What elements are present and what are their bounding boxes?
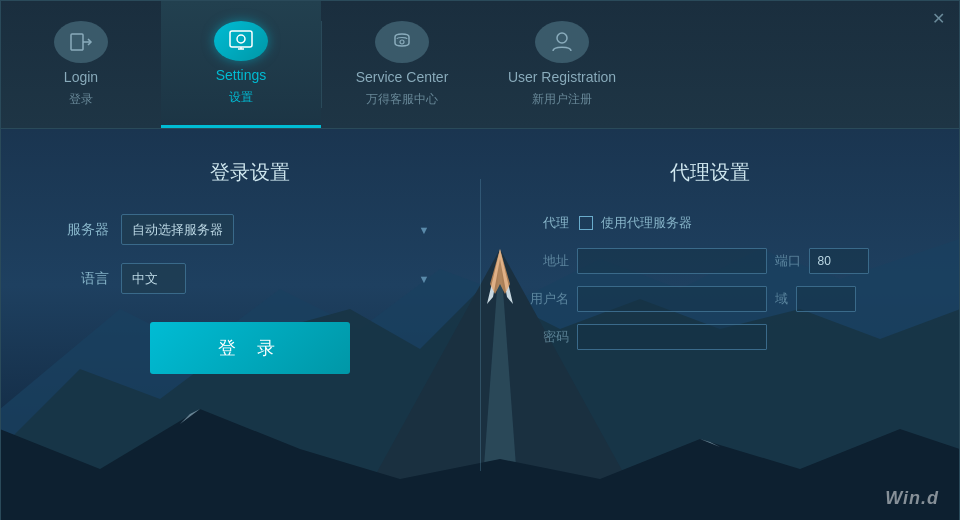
domain-input[interactable] [796, 286, 856, 312]
nav-item-register[interactable]: User Registration 新用户注册 [482, 1, 642, 128]
svg-rect-0 [71, 34, 83, 50]
main-content: 登录设置 服务器 自动选择服务器 服务器1 服务器2 ▼ 语言 [1, 129, 959, 520]
server-select-wrapper: 自动选择服务器 服务器1 服务器2 ▼ [121, 214, 440, 245]
server-row: 服务器 自动选择服务器 服务器1 服务器2 ▼ [61, 214, 440, 245]
proxy-label: 代理 [521, 214, 569, 232]
domain-label: 域 [775, 290, 788, 308]
settings-label-zh: 设置 [229, 89, 253, 106]
nav-item-service[interactable]: Service Center 万得客服中心 [322, 1, 482, 128]
proxy-settings-title: 代理设置 [521, 159, 900, 186]
username-row: 用户名 域 [521, 286, 900, 312]
language-row: 语言 中文 English ▼ [61, 263, 440, 294]
use-proxy-text: 使用代理服务器 [601, 214, 692, 232]
svg-point-7 [557, 33, 567, 43]
port-label: 端口 [775, 252, 801, 270]
service-label-zh: 万得客服中心 [366, 91, 438, 108]
password-input[interactable] [577, 324, 767, 350]
password-label: 密码 [521, 328, 569, 346]
address-input[interactable] [577, 248, 767, 274]
svg-point-5 [237, 35, 245, 43]
content-panels: 登录设置 服务器 自动选择服务器 服务器1 服务器2 ▼ 语言 [1, 129, 959, 520]
language-select-wrapper: 中文 English ▼ [121, 263, 440, 294]
address-row: 地址 端口 [521, 248, 900, 274]
register-label-zh: 新用户注册 [532, 91, 592, 108]
port-input[interactable] [809, 248, 869, 274]
login-label-zh: 登录 [69, 91, 93, 108]
nav-bar: ✕ Login 登录 Set [1, 1, 959, 129]
server-select-arrow: ▼ [419, 224, 430, 236]
login-button[interactable]: 登 录 [150, 322, 350, 374]
nav-item-login[interactable]: Login 登录 [1, 1, 161, 128]
settings-icon [214, 21, 268, 61]
server-select[interactable]: 自动选择服务器 服务器1 服务器2 [121, 214, 234, 245]
panel-divider [480, 179, 481, 471]
login-settings-panel: 登录设置 服务器 自动选择服务器 服务器1 服务器2 ▼ 语言 [61, 159, 440, 491]
login-icon [54, 21, 108, 63]
login-label-en: Login [64, 69, 98, 85]
proxy-toggle-row: 代理 使用代理服务器 [521, 214, 900, 232]
username-label: 用户名 [521, 290, 569, 308]
password-row: 密码 [521, 324, 900, 350]
watermark: Win.d [885, 488, 939, 509]
register-icon [535, 21, 589, 63]
language-label: 语言 [61, 270, 109, 288]
use-proxy-label[interactable]: 使用代理服务器 [579, 214, 692, 232]
service-label-en: Service Center [356, 69, 449, 85]
language-select-arrow: ▼ [419, 273, 430, 285]
username-input[interactable] [577, 286, 767, 312]
register-label-en: User Registration [508, 69, 616, 85]
language-select[interactable]: 中文 English [121, 263, 186, 294]
login-settings-title: 登录设置 [61, 159, 440, 186]
service-icon [375, 21, 429, 63]
server-label: 服务器 [61, 221, 109, 239]
svg-rect-2 [230, 31, 252, 47]
svg-point-6 [400, 40, 404, 44]
close-button[interactable]: ✕ [932, 11, 945, 27]
address-label: 地址 [521, 252, 569, 270]
proxy-settings-panel: 代理设置 代理 使用代理服务器 地址 端口 [521, 159, 900, 491]
settings-label-en: Settings [216, 67, 267, 83]
use-proxy-checkbox[interactable] [579, 216, 593, 230]
app-window: ✕ Login 登录 Set [0, 0, 960, 520]
nav-item-settings[interactable]: Settings 设置 [161, 1, 321, 128]
